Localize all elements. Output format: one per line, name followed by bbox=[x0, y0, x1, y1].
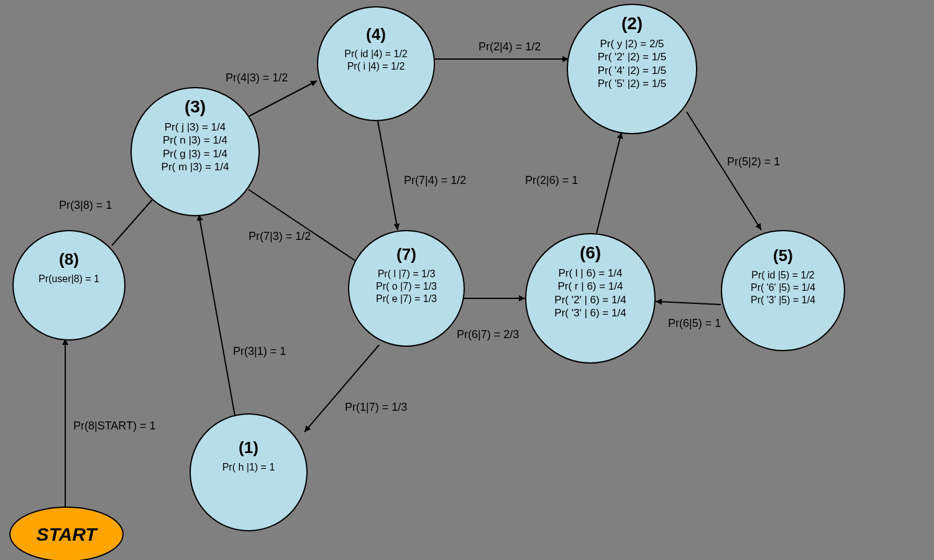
node-6-lines: Pr( l | 6) = 1/4 Pr( r | 6) = 1/4 Pr( '2… bbox=[554, 267, 626, 319]
node-4-title: (4) bbox=[366, 25, 386, 44]
diagram-stage: START (8) Pr(user|8) = 1 (3) Pr( j |3) =… bbox=[0, 0, 934, 560]
edge-3-7 bbox=[249, 190, 360, 264]
label-3-7: Pr(7|3) = 1/2 bbox=[249, 230, 311, 243]
node-1-title: (1) bbox=[239, 438, 259, 457]
node-3: (3) Pr( j |3) = 1/4 Pr( n |3) = 1/4 Pr( … bbox=[130, 87, 260, 216]
node-2-lines: Pr( y |2) = 2/5 Pr( '2' |2) = 1/5 Pr( '4… bbox=[598, 37, 667, 90]
label-7-6: Pr(6|7) = 2/3 bbox=[457, 328, 519, 341]
node-5-lines: Pr( id |5) = 1/2 Pr( '6' |5) = 1/4 Pr( '… bbox=[751, 269, 815, 306]
node-4-lines: Pr( id |4) = 1/2 Pr( i |4) = 1/2 bbox=[344, 48, 408, 73]
node-2: (2) Pr( y |2) = 2/5 Pr( '2' |2) = 1/5 Pr… bbox=[567, 4, 697, 134]
node-8-lines: Pr(user|8) = 1 bbox=[39, 273, 99, 285]
edge-1-3 bbox=[199, 214, 236, 423]
node-8-title: (8) bbox=[59, 250, 79, 269]
node-5-title: (5) bbox=[773, 246, 793, 265]
start-label: START bbox=[36, 524, 96, 545]
node-3-lines: Pr( j |3) = 1/4 Pr( n |3) = 1/4 Pr( g |3… bbox=[162, 121, 229, 173]
start-node: START bbox=[9, 507, 124, 560]
node-1-lines: Pr( h |1) = 1 bbox=[222, 461, 275, 474]
node-8: (8) Pr(user|8) = 1 bbox=[12, 230, 126, 341]
node-3-title: (3) bbox=[185, 97, 206, 117]
edge-5-6 bbox=[656, 301, 721, 305]
label-8-3: Pr(3|8) = 1 bbox=[59, 199, 112, 212]
label-2-5: Pr(5|2) = 1 bbox=[727, 155, 780, 168]
node-1: (1) Pr( h |1) = 1 bbox=[190, 413, 308, 531]
node-2-title: (2) bbox=[621, 14, 643, 34]
edge-6-2 bbox=[597, 132, 621, 233]
node-7: (7) Pr( l |7) = 1/3 Pr( o |7) = 1/3 Pr( … bbox=[348, 230, 465, 347]
edge-3-4 bbox=[245, 81, 317, 118]
label-6-2: Pr(2|6) = 1 bbox=[525, 174, 578, 187]
node-6: (6) Pr( l | 6) = 1/4 Pr( r | 6) = 1/4 Pr… bbox=[525, 233, 656, 364]
edge-2-5 bbox=[687, 112, 761, 230]
label-4-7: Pr(7|4) = 1/2 bbox=[404, 174, 466, 187]
node-7-lines: Pr( l |7) = 1/3 Pr( o |7) = 1/3 Pr( e |7… bbox=[376, 268, 437, 305]
label-3-4: Pr(4|3) = 1/2 bbox=[226, 71, 288, 85]
label-4-2: Pr(2|4) = 1/2 bbox=[478, 40, 541, 53]
edge-7-1 bbox=[304, 345, 379, 432]
label-1-3: Pr(3|1) = 1 bbox=[233, 345, 286, 358]
label-7-1: Pr(1|7) = 1/3 bbox=[345, 401, 407, 414]
edge-4-7 bbox=[378, 121, 398, 230]
node-5: (5) Pr( id |5) = 1/2 Pr( '6' |5) = 1/4 P… bbox=[721, 230, 845, 351]
edge-8-3 bbox=[112, 193, 158, 246]
label-start-8: Pr(8|START) = 1 bbox=[73, 420, 156, 433]
node-6-title: (6) bbox=[580, 243, 601, 263]
node-7-title: (7) bbox=[396, 245, 416, 264]
label-5-6: Pr(6|5) = 1 bbox=[668, 317, 721, 330]
node-4: (4) Pr( id |4) = 1/2 Pr( i |4) = 1/2 bbox=[317, 6, 435, 121]
